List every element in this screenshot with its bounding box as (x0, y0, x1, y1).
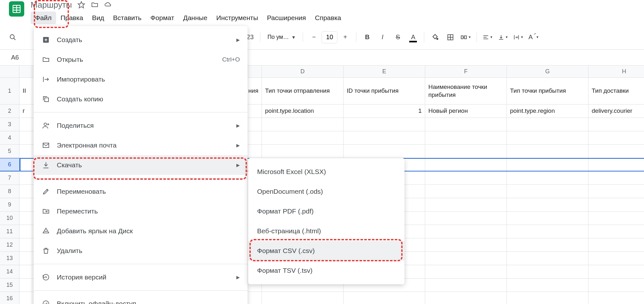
cell[interactable] (588, 118, 644, 131)
menu-insert[interactable]: Вставить (109, 11, 146, 24)
cell[interactable] (425, 238, 507, 251)
cell[interactable] (588, 279, 644, 292)
menu-item-add-shortcut[interactable]: Добавить ярлык на Диск (34, 221, 248, 241)
cell[interactable] (262, 292, 344, 304)
row-header[interactable]: 13 (0, 252, 19, 265)
row-header[interactable]: 1 (0, 78, 19, 105)
font-dropdown[interactable]: По ум… ▼ (265, 31, 298, 44)
menu-item-version-history[interactable]: История версий ▶ (34, 267, 248, 287)
row-header[interactable]: 8 (0, 185, 19, 198)
text-wrap-button[interactable]: ▼ (512, 31, 525, 44)
cell[interactable] (588, 159, 644, 171)
cell[interactable] (425, 265, 507, 278)
cell[interactable]: г (19, 105, 32, 118)
cell[interactable] (262, 131, 344, 144)
cell[interactable] (588, 238, 644, 251)
cell[interactable] (425, 131, 507, 144)
menu-item-email[interactable]: Электронная почта ▶ (34, 135, 248, 155)
search-menus-button[interactable] (6, 31, 19, 44)
cell[interactable] (19, 252, 32, 265)
select-all-corner[interactable] (0, 66, 19, 78)
cell[interactable] (19, 238, 32, 251)
cell[interactable] (425, 118, 507, 131)
cell[interactable] (588, 212, 644, 225)
cell[interactable] (19, 292, 32, 304)
menu-data[interactable]: Данные (179, 11, 212, 24)
menu-item-move[interactable]: Переместить (34, 201, 248, 221)
menu-item-html[interactable]: Веб-страница (.html) (248, 221, 404, 241)
cell[interactable]: point.type.location (262, 105, 344, 118)
decrease-font-size-button[interactable]: − (307, 31, 320, 44)
cell[interactable]: Новый регион (425, 105, 507, 118)
cell[interactable] (19, 145, 32, 158)
star-icon[interactable] (77, 1, 85, 9)
vertical-align-button[interactable]: ▼ (497, 31, 509, 44)
menu-item-share[interactable]: Поделиться ▶ (34, 116, 248, 135)
cell[interactable] (588, 265, 644, 278)
row-header[interactable]: 14 (0, 265, 19, 279)
sheets-logo[interactable] (9, 1, 24, 17)
bold-button[interactable]: B (361, 31, 374, 44)
menu-item-create[interactable]: Создать ▶ (34, 30, 248, 50)
cell[interactable] (19, 212, 32, 225)
cell[interactable]: delivery.courier (588, 105, 644, 118)
menu-item-download[interactable]: Скачать ▶ (34, 155, 248, 175)
italic-button[interactable]: I (376, 31, 389, 44)
row-header[interactable]: 2 (0, 105, 19, 118)
text-rotation-button[interactable]: A↗▼ (527, 31, 540, 44)
cell[interactable] (344, 145, 425, 158)
cell[interactable] (507, 131, 588, 144)
menu-tools[interactable]: Инструменты (212, 11, 263, 24)
fill-color-button[interactable] (429, 31, 441, 44)
cell[interactable] (19, 185, 32, 198)
row-header[interactable]: 11 (0, 225, 19, 238)
cell[interactable] (19, 225, 32, 238)
menu-extensions[interactable]: Расширения (263, 11, 310, 24)
menu-item-rename[interactable]: Переименовать (34, 182, 248, 201)
cell[interactable] (507, 145, 588, 158)
column-header[interactable]: D (262, 66, 344, 77)
menu-item-pdf[interactable]: Формат PDF (.pdf) (248, 201, 404, 221)
cell[interactable] (507, 118, 588, 131)
cell[interactable]: point.type.region (507, 105, 588, 118)
merge-cells-button[interactable]: ▼ (459, 31, 472, 44)
cell[interactable] (19, 131, 32, 144)
cell[interactable]: Тип точки прибытия (507, 78, 588, 104)
cell[interactable]: ID точки прибытия (344, 78, 425, 104)
cell[interactable] (425, 212, 507, 225)
increase-font-size-button[interactable]: + (339, 31, 352, 44)
cell[interactable] (588, 198, 644, 211)
name-box[interactable]: A6 (0, 54, 24, 61)
cell[interactable] (425, 292, 507, 304)
cell[interactable] (588, 225, 644, 238)
cell[interactable] (425, 225, 507, 238)
row-header[interactable]: 3 (0, 118, 19, 131)
row-header[interactable]: 12 (0, 238, 19, 252)
cell[interactable] (19, 198, 32, 211)
menu-file[interactable]: Файл (31, 11, 56, 24)
cell[interactable] (19, 265, 32, 278)
menu-item-delete[interactable]: Удалить (34, 241, 248, 261)
font-size-input[interactable] (322, 31, 337, 43)
column-header[interactable]: H (588, 66, 644, 77)
cell[interactable] (262, 118, 344, 131)
cell[interactable] (425, 252, 507, 265)
cell[interactable] (19, 159, 32, 171)
row-header[interactable]: 9 (0, 198, 19, 212)
cell[interactable] (507, 292, 588, 304)
cloud-status-icon[interactable] (104, 1, 112, 9)
horizontal-align-button[interactable]: ▼ (481, 31, 494, 44)
row-header[interactable]: 16 (0, 292, 19, 304)
row-header[interactable]: 15 (0, 279, 19, 292)
cell[interactable] (507, 212, 588, 225)
cell[interactable] (588, 145, 644, 158)
move-to-folder-icon[interactable] (91, 1, 99, 9)
cell[interactable] (425, 171, 507, 185)
column-header[interactable]: F (425, 66, 507, 77)
cell[interactable] (425, 198, 507, 211)
cell[interactable]: 1 (344, 105, 425, 118)
cell[interactable] (19, 171, 32, 185)
cell[interactable] (588, 292, 644, 304)
cell[interactable] (588, 131, 644, 144)
cell[interactable] (507, 198, 588, 211)
